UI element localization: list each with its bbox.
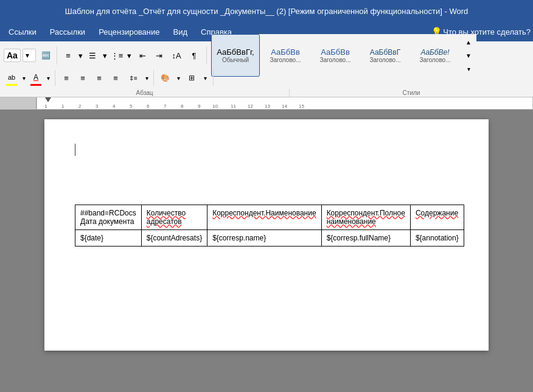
highlight-btn[interactable]: ab (4, 71, 19, 84)
font-size-combo[interactable]: ▾ (23, 49, 36, 62)
header-naimenovanie: Корреспондент.Наименование (212, 209, 316, 217)
increase-indent-btn[interactable]: ⇥ (151, 49, 167, 62)
table-data-cell-2: ${corresp.name} (207, 230, 321, 247)
align-justify-btn[interactable]: ≡ (108, 71, 124, 85)
table-data-cell-1: ${countAdresats} (141, 230, 207, 247)
shading-btn[interactable]: 🎨 (157, 71, 173, 85)
font-color-indicator (30, 84, 41, 86)
border-btn[interactable]: ⊞ (184, 71, 200, 85)
font-name-combo[interactable]: Aa (4, 49, 21, 62)
styles-scroll-down[interactable]: ▼ (461, 49, 476, 62)
abzac-label: Абзац (0, 89, 290, 97)
style-h4-preview: АаБбВе! (420, 48, 449, 57)
header-full-naimenovanie: Корреспондент.Полное наименование (327, 209, 405, 226)
bullet-dropdown[interactable]: ▾ (77, 49, 84, 62)
border-dropdown[interactable]: ▾ (201, 71, 209, 85)
menu-recenzirovanie[interactable]: Рецензирование (92, 25, 165, 39)
table-data-row: ${date} ${countAdresats} ${corresp.name}… (75, 230, 464, 247)
styles-label: Стили (290, 89, 533, 97)
header-soderzhanie: Содержание (416, 209, 458, 217)
style-h3[interactable]: АаБбВвГ Заголово... (361, 34, 409, 77)
align-left-btn[interactable]: ≡ (58, 71, 74, 85)
multilevel-dropdown[interactable]: ▾ (125, 49, 133, 62)
style-h3-label: Заголово... (370, 57, 401, 63)
ruler: ·1 1 2 3 4 5 6 7 8 9 10 11 12 13 14 15 (0, 97, 533, 110)
shading-dropdown[interactable]: ▾ (175, 71, 182, 85)
bullet-list-btn[interactable]: ≡ (60, 49, 76, 62)
numbered-dropdown[interactable]: ▾ (101, 49, 108, 62)
table-data-cell-3: ${corresp.fullName} (321, 230, 410, 247)
multilevel-list-btn[interactable]: ⋮≡ (109, 49, 125, 62)
style-h4-label: Заголово... (420, 57, 451, 63)
line-spacing-btn[interactable]: ⇕≡ (125, 71, 141, 85)
table-header-cell-0: ##band=RCDocs Дата документа (75, 205, 142, 230)
text-cursor (75, 144, 75, 156)
table-header-cell-2: Корреспондент.Наименование (207, 205, 321, 230)
style-h2[interactable]: АаБбВв Заголово... (311, 34, 360, 77)
table-data-cell-0: ${date} (75, 230, 142, 247)
app: Шаблон для отчёта _Отчёт для сущности _Д… (0, 0, 533, 392)
menu-rassylki[interactable]: Рассылки (44, 25, 91, 39)
line-spacing-dropdown[interactable]: ▾ (143, 71, 150, 85)
window-title: Шаблон для отчёта _Отчёт для сущности _Д… (7, 7, 526, 16)
sort-btn[interactable]: ↕A (169, 49, 184, 62)
header-adresatov: Количество адресатов (147, 209, 186, 226)
style-h1-preview: АаБбВв (271, 47, 300, 57)
table-header-cell-3: Корреспондент.Полное наименование (321, 205, 410, 230)
highlight-dropdown[interactable]: ▾ (20, 71, 27, 85)
styles-scroll-up[interactable]: ▲ (461, 35, 476, 49)
style-h1-label: Заголово... (270, 57, 301, 63)
document-area: ##band=RCDocs Дата документа Количество … (0, 110, 533, 392)
align-right-btn[interactable]: ≡ (91, 71, 107, 85)
ribbon-container: Aa ▾ 🔤 ≡ ▾ ☰ ▾ ⋮≡ ▾ ⇤ ⇥ ↕A ¶ (0, 41, 533, 97)
style-h3-preview: АаБбВвГ (370, 48, 400, 57)
menu-ssylki[interactable]: Ссылки (2, 25, 43, 39)
clear-format-btn[interactable]: 🔤 (38, 49, 54, 62)
style-normal-label: Обычный (222, 57, 249, 63)
decrease-indent-btn[interactable]: ⇤ (134, 49, 150, 62)
show-marks-btn[interactable]: ¶ (186, 49, 202, 62)
styles-expand[interactable]: ▾ (461, 62, 476, 75)
style-h1[interactable]: АаБбВв Заголово... (261, 34, 310, 77)
style-normal[interactable]: АаБбВвГг, Обычный (211, 34, 260, 77)
align-center-btn[interactable]: ≡ (75, 71, 91, 85)
document-table: ##band=RCDocs Дата документа Количество … (75, 205, 464, 247)
table-header-row: ##band=RCDocs Дата документа Количество … (75, 205, 464, 230)
style-h2-preview: АаБбВв (321, 47, 350, 57)
table-header-cell-4: Содержание (410, 205, 464, 230)
menu-vid[interactable]: Вид (167, 25, 194, 39)
numbered-list-btn[interactable]: ☰ (85, 49, 100, 62)
table-header-cell-1: Количество адресатов (141, 205, 207, 230)
title-bar: Шаблон для отчёта _Отчёт для сущности _Д… (0, 0, 533, 22)
style-normal-preview: АаБбВвГг, (217, 47, 254, 57)
style-h4[interactable]: АаБбВе! Заголово... (411, 34, 459, 77)
table-data-cell-4: ${annotation} (410, 230, 464, 247)
font-color-dropdown[interactable]: ▾ (44, 71, 52, 85)
highlight-color (6, 84, 17, 86)
style-h2-label: Заголово... (320, 57, 351, 63)
document-page: ##band=RCDocs Дата документа Количество … (44, 119, 489, 351)
font-color-btn[interactable]: A (28, 71, 44, 84)
